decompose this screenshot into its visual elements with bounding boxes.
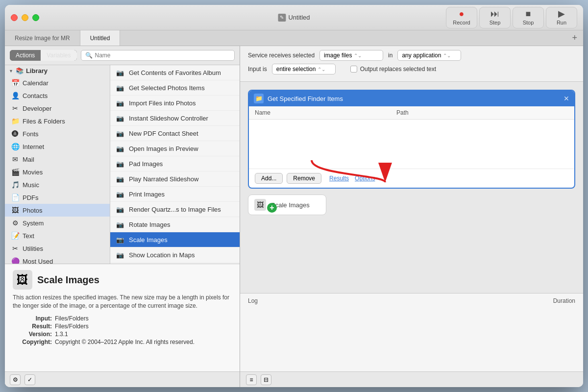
action-get-contents[interactable]: 📷 Get Contents of Favorites Album	[110, 65, 240, 80]
remove-item-button[interactable]: Remove	[287, 173, 321, 184]
sidebar-item-pdfs[interactable]: 📄 PDFs	[5, 191, 110, 204]
record-label: Record	[453, 20, 470, 25]
action-rotate-images[interactable]: 📷 Rotate Images	[110, 217, 240, 232]
files-icon: 📁	[11, 117, 20, 125]
movies-icon: 🎬	[11, 168, 20, 176]
expand-icon: ▼	[9, 69, 13, 74]
traffic-lights	[11, 14, 39, 21]
most-used-icon: 🟣	[11, 257, 20, 264]
app-select[interactable]: any application ⌃⌄	[397, 50, 461, 61]
sidebar-item-internet[interactable]: 🌐 Internet	[5, 140, 110, 153]
search-input[interactable]	[95, 52, 231, 59]
info-row-input: Input: Files/Folders	[13, 315, 232, 322]
record-icon: ●	[459, 9, 465, 18]
close-card-button[interactable]: ✕	[564, 95, 569, 102]
action-pad-images[interactable]: 📷 Pad Images	[110, 156, 240, 172]
maximize-button[interactable]	[32, 14, 39, 21]
sidebar-item-system[interactable]: ⚙ System	[5, 217, 110, 229]
action-label: Scale Images	[129, 236, 168, 244]
action-show-location[interactable]: 📷 Show Location in Maps	[110, 247, 240, 263]
name-column-header: Name	[249, 106, 391, 120]
info-title: Scale Images	[37, 274, 99, 286]
titlebar: ✎ Untitled ● Record ⏭ Step ■ Stop ▶ Run	[5, 5, 583, 30]
window-title-text: Untitled	[288, 14, 310, 21]
variables-toggle[interactable]: Variables	[41, 50, 76, 61]
sidebar-item-mail[interactable]: ✉ Mail	[5, 153, 110, 166]
sidebar-item-photos[interactable]: 🖼 Photos	[5, 204, 110, 217]
service-row-2: Input is entire selection ⌃⌄ Output repl…	[248, 64, 575, 74]
left-content: ▼ 📚 Library 📅 Calendar 👤 Contacts ✂	[5, 65, 240, 264]
close-button[interactable]	[11, 14, 18, 21]
results-options: Results Options	[329, 175, 375, 182]
sidebar-item-label: Movies	[23, 169, 43, 176]
sidebar-item-label: Calendar	[23, 79, 49, 87]
version-val: 1.3.1	[55, 331, 68, 338]
tabbar: Resize Image for MR Untitled +	[5, 30, 583, 46]
log-footer: ≡ ⊟	[240, 371, 583, 387]
copyright-val: Copyright © 2004–2012 Apple Inc. All rig…	[55, 339, 195, 345]
action-render-quartz[interactable]: 📷 Render Quartz...s to Image Files	[110, 202, 240, 217]
system-icon: ⚙	[11, 219, 20, 227]
output-replaces-checkbox[interactable]	[350, 66, 357, 73]
action-instant-slideshow[interactable]: 📷 Instant Slideshow Controller	[110, 111, 240, 126]
add-item-button[interactable]: Add...	[255, 173, 283, 184]
search-icon: 🔍	[85, 52, 93, 59]
actions-toggle[interactable]: Actions	[10, 50, 41, 61]
sidebar-item-contacts[interactable]: 👤 Contacts	[5, 89, 110, 102]
finder-table: Name Path	[249, 106, 574, 120]
record-button[interactable]: ● Record	[446, 7, 477, 28]
sidebar-library[interactable]: ▼ 📚 Library	[5, 65, 110, 76]
input-selection-select[interactable]: entire selection ⌃⌄	[272, 64, 336, 74]
finder-table-body	[249, 120, 574, 169]
calendar-icon: 📅	[11, 78, 20, 87]
main-window: ✎ Untitled ● Record ⏭ Step ■ Stop ▶ Run	[5, 5, 583, 387]
sidebar-item-most-used[interactable]: 🟣 Most Used	[5, 255, 110, 264]
tab-resize-image[interactable]: Resize Image for MR	[5, 30, 80, 46]
result-val: Files/Folders	[55, 323, 89, 330]
stop-button[interactable]: ■ Stop	[513, 7, 544, 28]
chevron-up-down-icon: ⌃⌄	[354, 53, 362, 58]
log-header: Log Duration	[248, 297, 575, 304]
action-icon: 📷	[115, 189, 125, 199]
action-label: Play Narrated Slideshow	[129, 175, 198, 183]
path-column-header: Path	[391, 106, 514, 120]
action-open-images[interactable]: 📷 Open Images in Preview	[110, 141, 240, 156]
action-label: Get Contents of Favorites Album	[129, 69, 221, 76]
action-import-files[interactable]: 📷 Import Files into Photos	[110, 96, 240, 111]
action-print-images[interactable]: 📷 Print Images	[110, 187, 240, 202]
sidebar-item-utilities[interactable]: ✂ Utilities	[5, 242, 110, 255]
list-view-button[interactable]: ≡	[246, 374, 257, 385]
sidebar-item-calendar[interactable]: 📅 Calendar	[5, 76, 110, 89]
add-tab-button[interactable]: +	[566, 30, 583, 46]
settings-button[interactable]: ⚙	[10, 374, 21, 385]
input-type-value: image files	[324, 52, 352, 59]
tab-untitled[interactable]: Untitled	[80, 30, 121, 46]
step-button[interactable]: ⏭ Step	[479, 7, 511, 28]
detail-view-button[interactable]: ⊟	[261, 374, 271, 385]
info-footer: ⚙ ✓	[5, 371, 240, 387]
input-is-label: Input is	[248, 66, 267, 73]
sidebar-item-files-folders[interactable]: 📁 Files & Folders	[5, 115, 110, 127]
action-label: Print Images	[129, 191, 165, 198]
action-icon: 📷	[115, 250, 125, 260]
sidebar-item-developer[interactable]: ✂ Developer	[5, 102, 110, 115]
action-new-pdf[interactable]: 📷 New PDF Contact Sheet	[110, 126, 240, 141]
sidebar-item-fonts[interactable]: 🅐 Fonts	[5, 127, 110, 140]
info-table: Input: Files/Folders Result: Files/Folde…	[13, 315, 232, 346]
input-type-select[interactable]: image files ⌃⌄	[319, 50, 383, 61]
action-label: Open Images in Preview	[129, 145, 198, 152]
results-link[interactable]: Results	[329, 175, 349, 182]
right-panel: Service receives selected image files ⌃⌄…	[240, 46, 583, 387]
action-get-selected[interactable]: 📷 Get Selected Photos Items	[110, 80, 240, 96]
run-button[interactable]: ▶ Run	[546, 7, 577, 28]
workflow-area: 📁 Get Specified Finder Items ✕ Name Path	[240, 82, 583, 293]
action-play-slideshow[interactable]: 📷 Play Narrated Slideshow	[110, 172, 240, 187]
sidebar-item-movies[interactable]: 🎬 Movies	[5, 166, 110, 178]
sidebar-item-music[interactable]: 🎵 Music	[5, 178, 110, 191]
options-link[interactable]: Options	[355, 175, 375, 182]
minimize-button[interactable]	[22, 14, 28, 21]
action-scale-images[interactable]: 📷 Scale Images	[110, 232, 240, 247]
sidebar-item-text[interactable]: 📝 Text	[5, 229, 110, 242]
action-icon: 📷	[115, 159, 125, 169]
info-check-button[interactable]: ✓	[24, 374, 35, 385]
